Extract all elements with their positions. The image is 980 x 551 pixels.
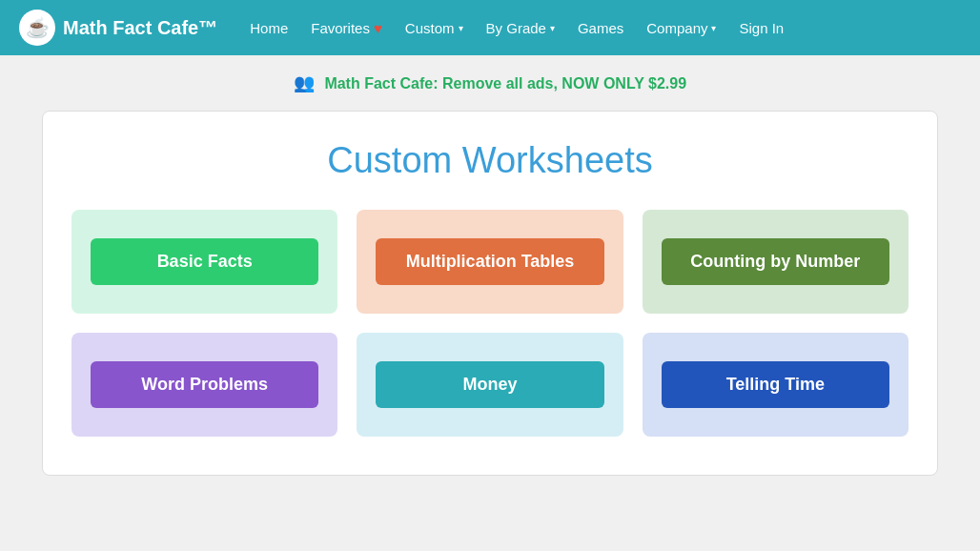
- heart-icon: ♥: [374, 20, 382, 36]
- page-title: Custom Worksheets: [71, 140, 909, 181]
- nav-favorites[interactable]: Favorites ♥: [301, 14, 392, 42]
- money-button[interactable]: Money: [376, 361, 603, 408]
- multiplication-tables-button[interactable]: Multiplication Tables: [376, 238, 603, 285]
- counting-by-number-button[interactable]: Counting by Number: [662, 238, 889, 285]
- promo-banner: 👥 Math Fact Cafe: Remove all ads, NOW ON…: [0, 55, 980, 111]
- promo-link[interactable]: Math Fact Cafe: Remove all ads, NOW ONLY…: [324, 75, 686, 92]
- caret-icon: ▾: [459, 23, 463, 33]
- site-logo[interactable]: ☕ Math Fact Cafe™: [19, 10, 217, 46]
- caret-icon: ▾: [711, 23, 716, 33]
- word-problems-cell: Word Problems: [71, 333, 337, 437]
- basic-facts-cell: Basic Facts: [71, 210, 337, 314]
- telling-time-cell: Telling Time: [643, 333, 909, 437]
- nav-company[interactable]: Company ▾: [637, 14, 725, 42]
- word-problems-button[interactable]: Word Problems: [91, 361, 318, 408]
- promo-icon: 👥: [294, 73, 315, 92]
- nav-by-grade[interactable]: By Grade ▾: [477, 14, 564, 42]
- nav-games[interactable]: Games: [568, 14, 633, 42]
- basic-facts-button[interactable]: Basic Facts: [91, 238, 318, 285]
- caret-icon: ▾: [550, 23, 555, 33]
- logo-icon: ☕: [19, 10, 55, 46]
- counting-by-number-cell: Counting by Number: [643, 210, 909, 314]
- worksheet-grid: Basic Facts Multiplication Tables Counti…: [71, 210, 909, 437]
- logo-text: Math Fact Cafe™: [63, 17, 217, 39]
- telling-time-button[interactable]: Telling Time: [662, 361, 889, 408]
- money-cell: Money: [357, 333, 623, 437]
- nav-links: Home Favorites ♥ Custom ▾ By Grade ▾ Gam…: [240, 14, 961, 42]
- nav-home[interactable]: Home: [240, 14, 297, 42]
- nav-custom[interactable]: Custom ▾: [396, 14, 473, 42]
- nav-sign-in[interactable]: Sign In: [729, 14, 793, 42]
- navbar: ☕ Math Fact Cafe™ Home Favorites ♥ Custo…: [0, 0, 980, 55]
- main-card: Custom Worksheets Basic Facts Multiplica…: [42, 111, 938, 476]
- multiplication-tables-cell: Multiplication Tables: [357, 210, 623, 314]
